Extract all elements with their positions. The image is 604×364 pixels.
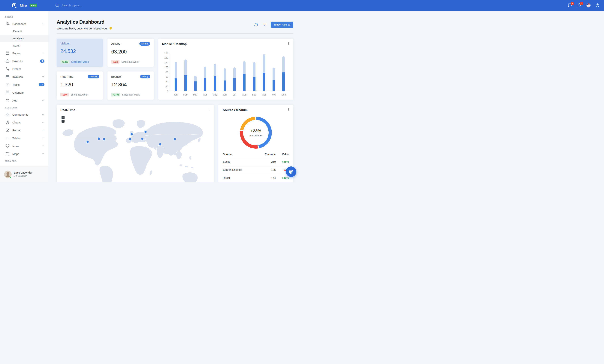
search-input[interactable]: [62, 4, 129, 7]
map-marker[interactable]: [145, 131, 147, 133]
refresh-button[interactable]: [254, 23, 258, 27]
table-row-search-engines[interactable]: Search Engines 125 -12%: [223, 166, 289, 174]
user-name: Lucy Lavender: [14, 171, 32, 174]
stat-value: 24.532: [60, 48, 99, 54]
sidebar-item-auth[interactable]: Auth: [0, 96, 48, 104]
map-menu-button[interactable]: [207, 108, 211, 112]
table-row-social[interactable]: Social 260 +35%: [223, 158, 289, 166]
sidebar-item-calendar[interactable]: Calendar: [0, 88, 48, 96]
sidebar-item-invoices[interactable]: Invoices: [0, 73, 48, 81]
stats-grid: Visitors 24.532 +14%Since last week Acti…: [57, 39, 154, 100]
date-range-button[interactable]: Today: April 29: [271, 22, 293, 28]
sidebar-item-label: Forms: [13, 129, 20, 132]
bar-sep: [253, 62, 255, 91]
chevron-down-icon: [41, 129, 44, 132]
world-map-svg: [57, 116, 214, 182]
sidebar-item-label: Orders: [13, 67, 21, 71]
palette-icon: [289, 169, 294, 174]
map-marker[interactable]: [174, 138, 176, 140]
sidebar-subitem-analytics[interactable]: Analytics: [0, 35, 48, 42]
x-axis-label: Sep: [249, 93, 259, 96]
bar-mar: [194, 76, 197, 91]
source-medium-card: Source / Medium +23% new visitors Source…: [218, 105, 293, 182]
kebab-icon: [207, 108, 211, 112]
bar-mobile-segment: [175, 78, 177, 91]
bar-mobile-segment: [273, 80, 275, 91]
col-header-value: Value: [276, 153, 289, 156]
stat-card-bounce[interactable]: BounceYearly 12.364 +27%Since last week: [107, 72, 154, 100]
sidebar-section-label: PAGES: [0, 16, 48, 18]
source-menu-button[interactable]: [287, 108, 291, 112]
chevron-down-icon: [41, 75, 44, 78]
sidebar-item-projects[interactable]: Projects8: [0, 57, 48, 65]
sidebar-user[interactable]: Lucy Lavender UX Designer: [0, 166, 48, 182]
sidebar-item-forms[interactable]: Forms: [0, 126, 48, 134]
list-icon: [6, 136, 9, 140]
sidebar-item-orders[interactable]: Orders: [0, 65, 48, 73]
map-marker[interactable]: [129, 138, 131, 140]
cell-revenue: 260: [259, 160, 276, 163]
cell-source: Social: [223, 160, 259, 163]
user-role: UX Designer: [14, 175, 32, 177]
sidebar-item-label: Charts: [13, 121, 21, 124]
page-subtitle: Welcome back, Lucy! We've missed you.: [57, 27, 112, 30]
sidebar-item-tasks[interactable]: Tasks17: [0, 81, 48, 88]
chart-title: Mobile / Desktop: [162, 42, 289, 46]
sidebar-subitem-default[interactable]: Default: [0, 28, 48, 35]
sidebar-item-tables[interactable]: Tables: [0, 134, 48, 142]
stat-card-real-time[interactable]: Real-TimeMonthly 1.320 -18%Since last we…: [57, 72, 103, 100]
x-axis-label: Jun: [220, 93, 230, 96]
global-search[interactable]: [55, 3, 136, 7]
sidebar-item-label: Icons: [13, 144, 19, 148]
stat-title: Visitors: [60, 42, 70, 45]
map-zoom-in-button[interactable]: +: [62, 116, 64, 119]
sidebar-item-icons[interactable]: Icons: [0, 142, 48, 150]
search-icon: [55, 3, 59, 7]
stat-card-visitors[interactable]: Visitors 24.532 +14%Since last week: [57, 39, 103, 67]
sidebar-item-label: Dashboard: [13, 22, 26, 25]
table-row-direct[interactable]: Direct 164 +46%: [223, 174, 289, 182]
stat-delta-chip: -12%: [111, 60, 119, 63]
stat-title: Activity: [111, 42, 120, 45]
cell-source: Search Engines: [223, 168, 259, 171]
y-axis-tick: 100: [162, 66, 168, 69]
cart-icon: [6, 67, 9, 71]
brand[interactable]: Mira PRO: [11, 2, 37, 8]
page-title: Analytics Dashboard: [57, 19, 112, 25]
sidebar-item-maps[interactable]: Maps: [0, 150, 48, 158]
sidebar-item-pages[interactable]: Pages: [0, 49, 48, 57]
world-map: + -: [57, 116, 214, 182]
sidebar-subitem-saas[interactable]: SaaS: [0, 42, 48, 49]
main-content: Analytics Dashboard Welcome back, Lucy! …: [48, 11, 302, 182]
check-square-icon: [6, 83, 9, 87]
map-zoom-out-button[interactable]: -: [62, 120, 64, 123]
map-marker[interactable]: [131, 133, 133, 136]
briefcase-icon: [6, 59, 9, 63]
filter-button[interactable]: [263, 23, 266, 27]
pro-badge: PRO: [30, 4, 37, 7]
map-marker[interactable]: [87, 141, 89, 143]
map-marker[interactable]: [159, 143, 161, 146]
map-marker[interactable]: [103, 138, 105, 140]
sidebar-item-charts[interactable]: Charts: [0, 118, 48, 126]
stat-value: 1.320: [60, 82, 99, 88]
brand-name: Mira: [20, 3, 27, 8]
bar-mobile-segment: [253, 77, 255, 91]
bar-oct: [263, 54, 265, 91]
stat-card-activity[interactable]: ActivityAnnual 63.200 -12%Since last wee…: [107, 39, 154, 67]
theme-settings-fab[interactable]: [286, 166, 296, 177]
chevron-down-icon: [41, 113, 44, 116]
col-header-revenue: Revenue: [259, 153, 276, 156]
header-divider: [57, 33, 293, 34]
map-marker[interactable]: [98, 138, 100, 140]
sidebar-item-components[interactable]: Components: [0, 111, 48, 118]
map-marker[interactable]: [141, 138, 143, 140]
sliders-icon: [6, 22, 9, 26]
bar-mobile-segment: [194, 81, 197, 91]
chart-menu-button[interactable]: [287, 42, 291, 46]
y-axis-tick: 40: [162, 80, 168, 83]
sidebar-item-dashboard[interactable]: Dashboard: [0, 20, 48, 28]
bar-chart-plot: 160140120100806040200: [170, 53, 289, 91]
sidebar-item-label: Maps: [13, 152, 19, 156]
mira-logo-icon: [11, 2, 17, 8]
